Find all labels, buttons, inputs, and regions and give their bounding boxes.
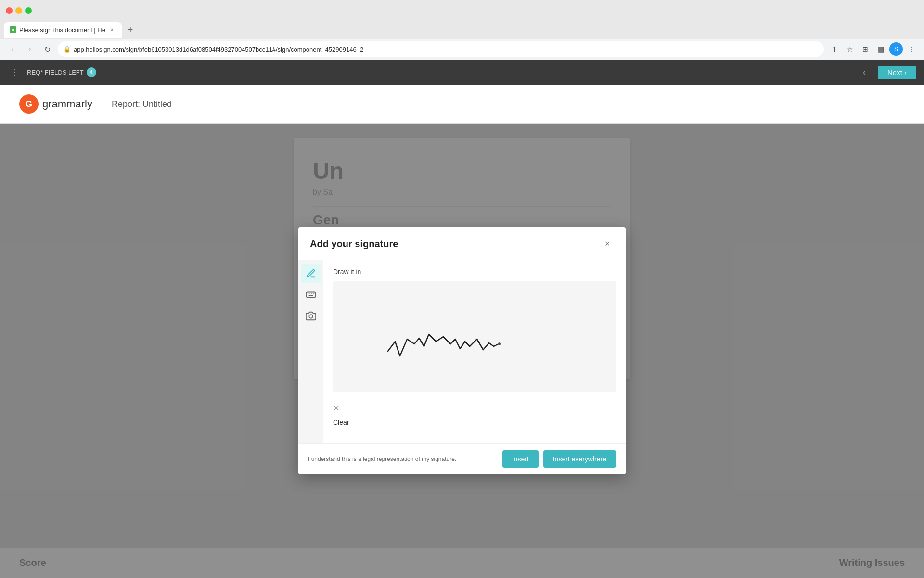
req-fields-badge: 4 xyxy=(87,67,96,77)
modal-sidebar xyxy=(298,260,323,443)
toolbar-back-button[interactable]: ‹ xyxy=(857,65,872,80)
insert-button[interactable]: Insert xyxy=(502,450,539,468)
tab-favicon: H xyxy=(10,26,16,33)
clear-area: ✕ xyxy=(333,400,616,417)
svg-rect-0 xyxy=(306,292,315,298)
address-bar[interactable]: 🔒 app.hellosign.com/sign/bfeb61053013d1d… xyxy=(58,41,824,57)
extension-icon[interactable]: ⊞ xyxy=(859,42,872,56)
close-light[interactable] xyxy=(6,7,13,14)
refresh-button[interactable]: ↻ xyxy=(40,42,54,56)
signature-modal: Add your signature × xyxy=(298,227,626,474)
brand-name: grammarly xyxy=(42,98,92,110)
legal-text: I understand this is a legal representat… xyxy=(308,456,456,462)
share-icon[interactable]: ⬆ xyxy=(828,42,841,56)
modal-body: Draw it in xyxy=(298,260,626,443)
browser-titlebar xyxy=(0,0,924,21)
signature-canvas[interactable] xyxy=(333,281,616,392)
modal-footer: I understand this is a legal representat… xyxy=(298,443,626,474)
traffic-lights xyxy=(6,7,32,14)
brand-logo: G grammarly xyxy=(19,94,92,114)
back-button[interactable]: ‹ xyxy=(6,42,19,56)
tab-close-icon[interactable]: × xyxy=(108,26,116,34)
app-toolbar: ⋮ REQ* FIELDS LEFT 4 ‹ Next › xyxy=(0,60,924,85)
forward-button[interactable]: › xyxy=(23,42,37,56)
draw-tab-button[interactable] xyxy=(301,264,321,283)
clear-x-icon: ✕ xyxy=(333,404,339,413)
page-content: G grammarly Report: Untitled Un by Sa Ge… xyxy=(0,85,924,578)
svg-point-1 xyxy=(309,315,312,318)
profile-icon[interactable]: S xyxy=(889,42,903,56)
footer-buttons: Insert Insert everywhere xyxy=(502,450,616,468)
brand-header: G grammarly Report: Untitled xyxy=(0,85,924,124)
address-bar-row: ‹ › ↻ 🔒 app.hellosign.com/sign/bfeb61053… xyxy=(0,39,924,60)
modal-header: Add your signature × xyxy=(298,227,626,260)
brand-icon: G xyxy=(19,94,38,114)
bookmark-icon[interactable]: ☆ xyxy=(843,42,857,56)
clear-line xyxy=(345,408,616,408)
maximize-light[interactable] xyxy=(25,7,32,14)
svg-point-2 xyxy=(498,342,501,345)
tab-bar: H Please sign this document | He × + xyxy=(0,21,924,39)
tab-label: Draw it in xyxy=(333,268,616,276)
modal-title: Add your signature xyxy=(310,238,398,250)
tab-title: Please sign this document | He xyxy=(19,26,105,34)
minimize-light[interactable] xyxy=(15,7,22,14)
insert-everywhere-button[interactable]: Insert everywhere xyxy=(543,450,616,468)
modal-main: Draw it in xyxy=(323,260,626,443)
signature-drawing xyxy=(333,281,616,392)
clear-button[interactable]: Clear xyxy=(333,417,616,428)
url-text: app.hellosign.com/sign/bfeb61053013d1d6a… xyxy=(74,46,818,53)
modal-close-button[interactable]: × xyxy=(601,237,614,250)
req-fields: REQ* FIELDS LEFT 4 xyxy=(27,67,96,77)
sidebar-icon[interactable]: ▤ xyxy=(874,42,887,56)
lock-icon: 🔒 xyxy=(64,46,71,53)
toolbar-menu-icon[interactable]: ⋮ xyxy=(8,66,21,79)
modal-overlay: Add your signature × xyxy=(0,124,924,578)
req-fields-label: REQ* FIELDS LEFT xyxy=(27,69,84,76)
new-tab-button[interactable]: + xyxy=(124,23,137,37)
more-icon[interactable]: ⋮ xyxy=(905,42,918,56)
keyboard-tab-button[interactable] xyxy=(301,285,321,304)
camera-tab-button[interactable] xyxy=(301,306,321,326)
active-tab[interactable]: H Please sign this document | He × xyxy=(4,22,122,38)
doc-title: Report: Untitled xyxy=(112,99,172,109)
doc-area: Un by Sa Gen 186 chara 16 sec speaking t… xyxy=(0,124,924,578)
browser-toolbar-icons: ⬆ ☆ ⊞ ▤ S ⋮ xyxy=(828,42,918,56)
next-button[interactable]: Next › xyxy=(878,66,916,79)
